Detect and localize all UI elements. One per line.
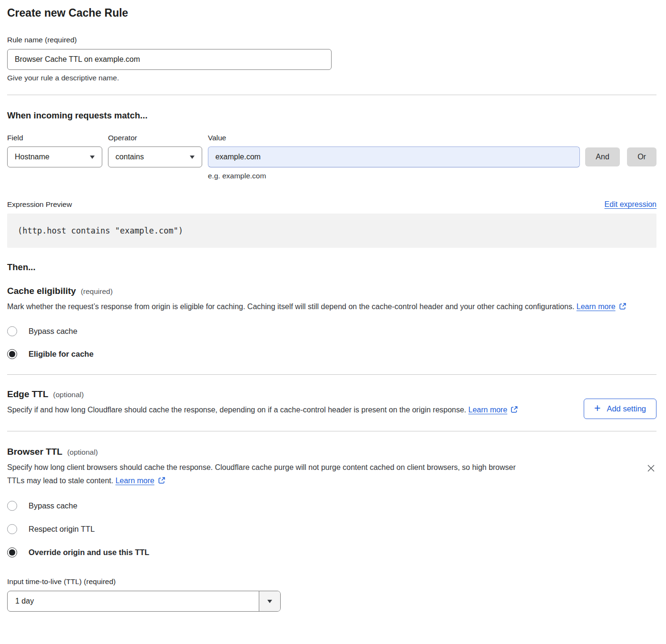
learn-more-link[interactable]: Learn more bbox=[577, 302, 627, 311]
ttl-input-label: Input time-to-live (TTL) (required) bbox=[7, 577, 656, 586]
divider bbox=[7, 431, 656, 431]
browser-ttl-section: Browser TTL(optional) Specify how long c… bbox=[7, 447, 656, 612]
add-setting-button[interactable]: +Add setting bbox=[584, 399, 656, 419]
radio-icon[interactable] bbox=[7, 501, 17, 511]
operator-select-value: contains bbox=[116, 153, 144, 161]
and-button[interactable]: And bbox=[585, 147, 620, 166]
radio-eligible-for-cache[interactable]: Eligible for cache bbox=[7, 349, 94, 359]
cache-eligibility-qualifier: (required) bbox=[81, 287, 113, 295]
ttl-select-arrow-button[interactable] bbox=[259, 591, 280, 611]
browser-ttl-description: Specify how long client browsers should … bbox=[7, 461, 533, 488]
operator-select[interactable]: contains bbox=[108, 146, 202, 167]
rule-name-helper: Give your rule a descriptive name. bbox=[7, 74, 656, 82]
divider bbox=[7, 374, 656, 375]
or-button[interactable]: Or bbox=[627, 147, 656, 166]
field-column-label: Field bbox=[7, 134, 108, 142]
edge-ttl-description: Specify if and how long Cloudflare shoul… bbox=[7, 403, 533, 417]
page-title: Create new Cache Rule bbox=[7, 7, 656, 20]
expression-preview-code: (http.host contains "example.com") bbox=[7, 214, 656, 248]
expression-preview-row: Expression Preview Edit expression bbox=[7, 200, 656, 209]
chevron-down-icon bbox=[190, 156, 195, 159]
value-helper: e.g. example.com bbox=[208, 172, 656, 180]
field-select-value: Hostname bbox=[15, 153, 49, 161]
browser-ttl-heading: Browser TTL bbox=[7, 447, 62, 457]
value-input[interactable] bbox=[208, 146, 580, 167]
chevron-down-icon bbox=[267, 600, 272, 603]
expression-preview-label: Expression Preview bbox=[7, 200, 72, 209]
cache-eligibility-heading: Cache eligibility bbox=[7, 286, 76, 296]
external-link-icon bbox=[619, 302, 627, 310]
radio-bypass-cache-browser[interactable]: Bypass cache bbox=[7, 501, 78, 511]
condition-row: Hostname contains And Or bbox=[7, 146, 656, 167]
external-link-icon bbox=[510, 406, 518, 413]
radio-label: Bypass cache bbox=[29, 327, 78, 336]
radio-bypass-cache[interactable]: Bypass cache bbox=[7, 326, 78, 336]
value-column-label: Value bbox=[208, 134, 226, 142]
rule-name-input[interactable] bbox=[7, 49, 332, 70]
chevron-down-icon bbox=[90, 156, 95, 159]
cache-eligibility-description: Mark whether the request’s response from… bbox=[7, 300, 645, 313]
browser-ttl-description-text: Specify how long client browsers should … bbox=[7, 463, 516, 485]
radio-icon[interactable] bbox=[7, 524, 17, 534]
rule-name-label: Rule name (required) bbox=[7, 36, 656, 44]
edge-ttl-description-text: Specify if and how long Cloudflare shoul… bbox=[7, 406, 466, 414]
learn-more-link[interactable]: Learn more bbox=[116, 477, 166, 485]
radio-label: Bypass cache bbox=[29, 501, 78, 510]
radio-icon[interactable] bbox=[7, 547, 17, 557]
plus-icon: + bbox=[594, 403, 600, 414]
browser-ttl-heading-row: Browser TTL(optional) bbox=[7, 447, 656, 457]
radio-override-origin-ttl[interactable]: Override origin and use this TTL bbox=[7, 547, 149, 557]
field-select[interactable]: Hostname bbox=[7, 146, 102, 167]
ttl-select-value: 1 day bbox=[8, 591, 259, 611]
radio-label: Override origin and use this TTL bbox=[29, 548, 149, 557]
edge-ttl-heading: Edge TTL bbox=[7, 389, 49, 399]
radio-icon[interactable] bbox=[7, 349, 17, 359]
match-heading: When incoming requests match... bbox=[7, 110, 656, 121]
radio-respect-origin-ttl[interactable]: Respect origin TTL bbox=[7, 524, 95, 534]
cache-eligibility-description-text: Mark whether the request’s response from… bbox=[7, 302, 574, 311]
then-heading: Then... bbox=[7, 262, 656, 273]
edge-ttl-heading-row: Edge TTL(optional) bbox=[7, 389, 656, 400]
radio-label: Eligible for cache bbox=[29, 350, 94, 359]
ttl-select[interactable]: 1 day bbox=[7, 591, 281, 612]
remove-setting-button[interactable] bbox=[646, 463, 656, 474]
cache-eligibility-heading-row: Cache eligibility(required) bbox=[7, 286, 656, 296]
radio-icon[interactable] bbox=[7, 326, 17, 336]
condition-column-labels: Field Operator Value bbox=[7, 134, 656, 142]
operator-column-label: Operator bbox=[108, 134, 208, 142]
create-cache-rule-form: Create new Cache Rule Rule name (require… bbox=[0, 0, 666, 615]
external-link-icon bbox=[158, 477, 166, 484]
radio-label: Respect origin TTL bbox=[29, 525, 95, 534]
edge-ttl-qualifier: (optional) bbox=[53, 390, 84, 399]
divider bbox=[7, 95, 656, 95]
close-icon bbox=[646, 464, 656, 473]
edge-ttl-section: Edge TTL(optional) +Add setting Specify … bbox=[7, 389, 656, 417]
learn-more-link[interactable]: Learn more bbox=[469, 406, 519, 414]
edit-expression-link[interactable]: Edit expression bbox=[605, 200, 656, 209]
add-setting-label: Add setting bbox=[607, 404, 646, 413]
browser-ttl-qualifier: (optional) bbox=[67, 448, 98, 456]
